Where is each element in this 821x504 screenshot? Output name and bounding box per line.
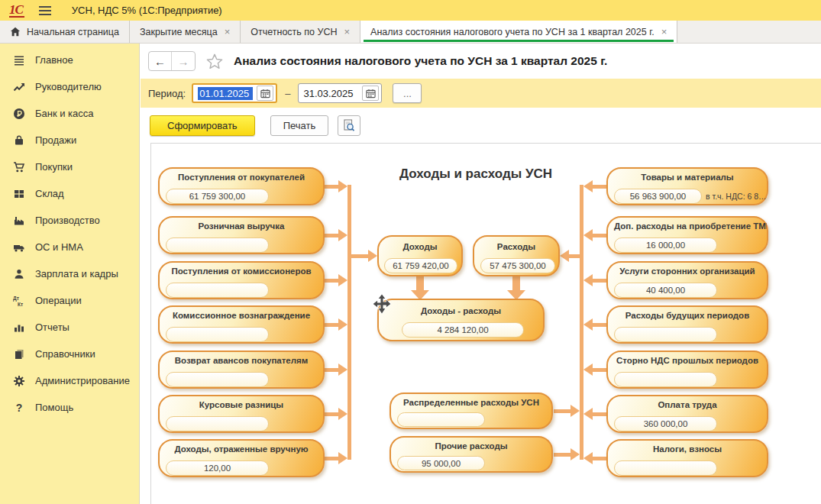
flow-connector xyxy=(338,318,347,331)
sidebar-item-zarplata-i-kadry[interactable]: Зарплата и кадры xyxy=(0,260,139,287)
flow-connector xyxy=(416,276,424,291)
flow-connector xyxy=(560,250,569,262)
flow-value-pill xyxy=(397,412,485,427)
generate-button[interactable]: Сформировать xyxy=(150,115,255,136)
gear-icon xyxy=(12,375,26,387)
block-third-party-services[interactable]: Услуги сторонних организаций 40 400,00 xyxy=(606,261,768,299)
favorite-star-icon[interactable] xyxy=(206,53,223,69)
flow-connector xyxy=(583,452,593,464)
sidebar-item-otchety[interactable]: Отчеты xyxy=(0,314,139,341)
drag-handle-icon[interactable] xyxy=(371,293,393,318)
flow-connector xyxy=(583,408,593,420)
flow-value-pill xyxy=(614,327,717,342)
block-retail-revenue[interactable]: Розничная выручка xyxy=(158,216,325,254)
trend-chart-icon xyxy=(12,81,26,93)
flow-connector xyxy=(368,250,377,262)
sidebar-item-glavnoe[interactable]: Главное xyxy=(0,47,139,73)
warehouse-grid-icon xyxy=(12,188,26,200)
block-goods-and-materials[interactable]: Товары и материалы 56 963 900,00 в т.ч. … xyxy=(606,167,768,205)
period-from-field[interactable]: 01.01.2025 xyxy=(192,83,277,103)
tab-close-icon[interactable]: × xyxy=(225,27,231,37)
tab-label: Начальная страница xyxy=(27,27,119,37)
sidebar-item-operatsii[interactable]: ДтКт Операции xyxy=(0,287,139,314)
block-vat-reversal-prior-periods[interactable]: Сторно НДС прошлых периодов xyxy=(606,351,768,389)
flow-connector xyxy=(338,229,347,241)
tab-label: Анализ состояния налогового учета по УСН… xyxy=(370,27,655,37)
print-preview-button[interactable] xyxy=(338,115,360,136)
forward-button[interactable]: → xyxy=(172,52,195,70)
flow-connector xyxy=(583,180,593,192)
block-additional-tmc-expenses[interactable]: Доп. расходы на приобретение ТМЦ 16 000,… xyxy=(606,216,768,254)
reference-books-icon xyxy=(12,348,26,360)
1c-logo-icon: 1С xyxy=(9,4,24,18)
period-more-button[interactable]: ... xyxy=(393,83,422,103)
flow-connector xyxy=(325,323,338,327)
block-exchange-differences[interactable]: Курсовые разницы xyxy=(158,395,325,433)
sidebar-item-spravochniki[interactable]: Справочники xyxy=(0,341,139,367)
block-receipts-from-customers[interactable]: Поступления от покупателей 61 759 300,00 xyxy=(158,167,325,205)
flow-connector xyxy=(554,453,570,457)
block-distributed-usn-expenses[interactable]: Распределенные расходы УСН xyxy=(389,393,553,429)
block-income-minus-expenses[interactable]: Доходы - расходы 4 284 120,00 xyxy=(377,299,545,341)
block-payroll[interactable]: Оплата труда 360 000,00 xyxy=(606,395,768,433)
sidebar-item-prodazhi[interactable]: Продажи xyxy=(0,127,139,153)
sidebar-item-pomosch[interactable]: ? Помощь xyxy=(0,394,139,421)
block-taxes-contributions[interactable]: Налоги, взносы xyxy=(606,439,768,477)
period-to-field[interactable]: 31.03.2025 xyxy=(298,83,382,103)
flow-value-pill xyxy=(614,372,717,387)
back-button[interactable]: ← xyxy=(149,52,172,70)
tab-close-icon[interactable]: × xyxy=(661,27,667,37)
sidebar-item-sklad[interactable]: Склад xyxy=(0,180,139,207)
flow-connector xyxy=(325,457,338,460)
window-title: УСН, НДС 5% (1С:Предприятие) xyxy=(72,5,222,16)
factory-icon xyxy=(12,215,26,227)
block-manually-entered-income[interactable]: Доходы, отраженные вручную 120,00 xyxy=(158,439,325,477)
flow-value-pill: 120,00 xyxy=(166,460,269,476)
block-deferred-expenses[interactable]: Расходы будущих периодов xyxy=(606,305,768,344)
flow-connector xyxy=(583,274,593,286)
tab-month-closing[interactable]: Закрытие месяца × xyxy=(130,21,241,43)
tab-close-icon[interactable]: × xyxy=(344,27,351,37)
period-from-value[interactable]: 01.01.2025 xyxy=(198,87,253,100)
hamburger-menu-icon[interactable] xyxy=(38,5,52,16)
actions-toolbar: Сформировать Печать xyxy=(141,108,821,143)
print-button[interactable]: Печать xyxy=(270,115,329,136)
block-refund-advances-to-customers[interactable]: Возврат авансов покупателям xyxy=(158,351,325,389)
diagram-canvas: Доходы и расходы УСН Поступления от поку… xyxy=(150,143,821,504)
svg-text:Кт: Кт xyxy=(18,301,23,306)
flow-value-pill: 57 475 300,00 xyxy=(480,258,555,273)
block-commission-fee[interactable]: Комиссионное вознаграждение xyxy=(158,305,325,344)
tab-home[interactable]: Начальная страница xyxy=(0,21,130,43)
sidebar-item-administrirovanie[interactable]: Администрирование xyxy=(0,367,139,394)
report-form: ← → Анализ состояния налогового учета по… xyxy=(141,44,821,504)
block-expenses-total[interactable]: Расходы 57 475 300,00 xyxy=(473,235,560,276)
flow-connector xyxy=(338,363,347,376)
tab-usn-reporting[interactable]: Отчетность по УСН × xyxy=(241,21,360,43)
flow-connector xyxy=(570,448,580,460)
report-title: Анализ состояния налогового учета по УСН… xyxy=(234,54,607,68)
block-receipts-from-commissioners[interactable]: Поступления от комиссионеров xyxy=(158,261,325,299)
period-to-value[interactable]: 31.03.2025 xyxy=(303,88,358,99)
sidebar-item-bank-i-kassa[interactable]: Банк и касса xyxy=(0,100,139,127)
calendar-icon[interactable] xyxy=(362,86,379,101)
period-label: Период: xyxy=(148,88,186,99)
flow-value-pill: 360 000,00 xyxy=(614,416,717,431)
calendar-icon[interactable] xyxy=(257,86,273,101)
flow-connector xyxy=(347,185,351,460)
flow-value-pill: 4 284 120,00 xyxy=(402,322,524,338)
sidebar-item-os-i-nma[interactable]: ОС и НМА xyxy=(0,234,139,260)
shopping-cart-icon xyxy=(12,161,26,173)
home-icon xyxy=(10,27,21,37)
flow-connector xyxy=(593,323,606,327)
block-income-total[interactable]: Доходы 61 759 420,00 xyxy=(377,235,463,276)
sidebar-item-proizvodstvo[interactable]: Производство xyxy=(0,207,139,234)
report-header: ← → Анализ состояния налогового учета по… xyxy=(141,44,821,79)
block-other-expenses[interactable]: Прочие расходы 95 000,00 xyxy=(389,436,553,473)
question-icon: ? xyxy=(12,402,26,414)
sidebar-item-rukovoditelyu[interactable]: Руководителю xyxy=(0,73,139,100)
sales-bag-icon xyxy=(12,134,26,147)
window-titlebar: 1С УСН, НДС 5% (1С:Предприятие) xyxy=(0,0,821,21)
sidebar-item-pokupki[interactable]: Покупки xyxy=(0,153,139,180)
period-toolbar: Период: 01.01.2025 – 31.03.2025 ... xyxy=(141,79,821,108)
tab-usn-tax-analysis[interactable]: Анализ состояния налогового учета по УСН… xyxy=(360,21,677,43)
